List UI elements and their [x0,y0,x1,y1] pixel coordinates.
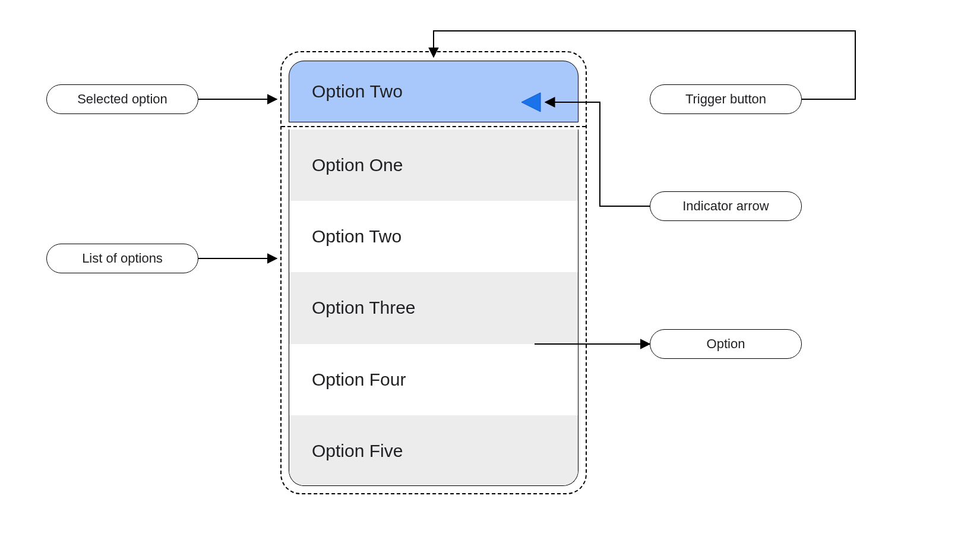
list-item-label: Option Five [312,441,403,461]
callout-option: Option [650,329,802,359]
options-list: Option One Option Two Option Three Optio… [289,130,578,486]
list-item[interactable]: Option Two [289,201,578,272]
list-item[interactable]: Option One [289,130,578,201]
trigger-button[interactable]: Option Two [289,61,578,122]
list-item-label: Option One [312,155,403,175]
list-item[interactable]: Option Four [289,344,578,415]
diagram-stage: Option Two Option One Option Two Option … [0,0,980,549]
selected-option-label: Option Two [312,81,403,102]
callout-list-of-options: List of options [46,244,198,273]
callout-indicator-arrow: Indicator arrow [650,191,802,221]
callout-label: List of options [82,251,163,266]
trigger-dashed-divider [282,126,586,127]
list-item-label: Option Three [312,298,416,318]
callout-label: Option [707,336,745,352]
callout-label: Trigger button [685,91,766,107]
callout-selected-option: Selected option [46,84,198,114]
list-item[interactable]: Option Three [289,272,578,343]
callout-trigger-button: Trigger button [650,84,802,114]
callout-label: Indicator arrow [682,198,769,214]
list-item-label: Option Two [312,226,402,247]
list-item-label: Option Four [312,370,406,390]
callout-label: Selected option [77,91,167,107]
list-item[interactable]: Option Five [289,415,578,486]
